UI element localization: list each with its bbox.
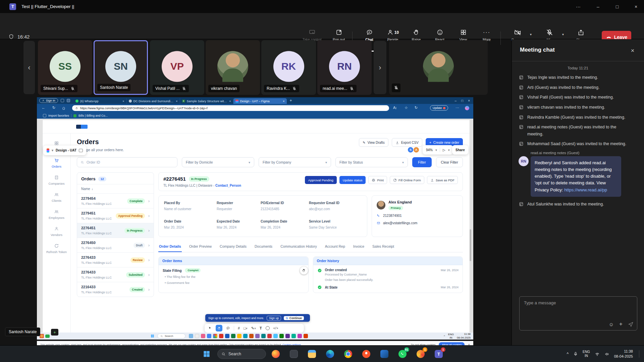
order-id-search-input[interactable]: Order ID [77, 157, 177, 167]
browser-tab-active[interactable]: Design - UAT – Figma× [233, 98, 287, 104]
app-icon[interactable] [195, 334, 199, 338]
tray-chevron-up-icon[interactable]: ^ [567, 352, 569, 356]
privacy-policy-link[interactable]: https://www.read.ai/pp [564, 187, 607, 192]
new-tab-button[interactable]: + [290, 98, 292, 103]
language-indicator[interactable]: ENGIN [448, 333, 454, 339]
presenter-add-icon[interactable]: + [51, 329, 58, 336]
tab-order-details[interactable]: Order Details [158, 242, 182, 252]
app-icon[interactable] [237, 334, 241, 338]
url-field[interactable]: https://www.figma.com/design/9BKQ0FOHRWa… [72, 105, 389, 111]
app-icon[interactable] [298, 334, 302, 338]
hand-tool-icon-active[interactable] [216, 325, 222, 331]
list-column-header[interactable]: Name↓ [77, 184, 154, 194]
start-icon[interactable] [150, 334, 155, 338]
browser-update-button[interactable]: Update [430, 105, 448, 111]
browser-minimize-icon[interactable]: – [455, 99, 457, 103]
figma-breadcrumb[interactable]: ▾ Design - UAT [43, 145, 86, 155]
attach-plus-icon[interactable]: + [619, 321, 623, 327]
video-tile-photo[interactable]: vikram chavan [206, 40, 260, 95]
comment-tool-icon[interactable] [226, 326, 230, 330]
app-icon[interactable] [304, 334, 308, 338]
tab-close-icon[interactable]: × [122, 100, 124, 103]
tab-close-icon[interactable]: × [176, 100, 177, 103]
home-icon[interactable] [62, 106, 66, 110]
sync-icon[interactable]: ↻ [415, 106, 418, 110]
taskbar-icon-app-blue[interactable] [379, 349, 390, 359]
collaborator-avatar[interactable]: A [413, 147, 419, 153]
tab-close-icon[interactable]: × [229, 100, 231, 103]
tab-company-details[interactable]: Company Details [219, 242, 247, 252]
figma-share-button[interactable]: Share [452, 145, 468, 155]
browser-tab[interactable]: DC Divisions and Surroundings× [127, 98, 180, 104]
update-status-button[interactable]: Update status [339, 176, 366, 184]
sidebar-item-companies[interactable]: Companies [48, 175, 64, 185]
app-icon[interactable] [207, 334, 211, 338]
app-icon[interactable] [189, 334, 193, 338]
actions-tool-icon[interactable] [266, 326, 270, 330]
app-icon[interactable] [201, 334, 205, 338]
order-row[interactable]: 2276450TL Flex Holdings LLC Draft › [77, 238, 154, 253]
canvas-scrollbar[interactable] [470, 229, 471, 261]
app-icon[interactable] [231, 334, 235, 338]
video-tile[interactable]: VP Vishal Patil ... [150, 40, 204, 95]
restore-button[interactable]: □ [609, 0, 625, 13]
show-desktop-strip[interactable] [639, 350, 639, 358]
filter-button[interactable]: Filter [412, 157, 432, 167]
browser-tab[interactable]: (6) WhatsApp× [73, 98, 127, 104]
video-tile[interactable]: SS Shivani Sup... [38, 40, 92, 95]
order-row[interactable]: 2276433TL Flex Holdings LLC Review › [77, 253, 154, 267]
video-tile[interactable]: RK Ravindra K... [261, 40, 316, 95]
view-drafts-button[interactable]: ✎View Drafts [359, 138, 388, 147]
send-icon[interactable] [628, 321, 634, 327]
vertical-tabs-icon[interactable] [67, 99, 70, 102]
collaborator-avatar[interactable]: S [408, 147, 414, 153]
read-aloud-icon[interactable]: A⟩ [393, 106, 396, 110]
chat-message-list[interactable]: Today 11:21 Tejas Ingle was invited to t… [512, 61, 644, 295]
app-icon[interactable] [273, 334, 278, 338]
taskbar-icon-firefox[interactable] [270, 349, 281, 359]
volume-icon[interactable] [604, 352, 609, 357]
dev-mode-icon[interactable]: </> [273, 327, 278, 330]
google-continue-button[interactable]: GContinue [284, 316, 304, 320]
close-button[interactable]: × [628, 0, 644, 13]
chat-close-icon[interactable]: × [628, 46, 637, 55]
shape-tool-icon[interactable]: □▾ [244, 326, 248, 330]
tab-sales-receipt[interactable]: Sales Receipt [372, 242, 395, 252]
taskbar-icon-app[interactable] [288, 349, 299, 359]
fill-online-form-button[interactable]: Fill Online Form [390, 176, 424, 184]
app-icon[interactable] [291, 334, 296, 338]
browser-settings-icon[interactable]: ··· [455, 106, 459, 110]
language-indicator[interactable]: ENGIN [583, 350, 590, 358]
approval-pending-button[interactable]: Approval Pending [305, 176, 337, 184]
app-icon[interactable] [213, 334, 217, 338]
tab-invoice[interactable]: Invoice [353, 242, 365, 252]
taskbar-icon-chrome[interactable] [343, 349, 354, 359]
order-row[interactable]: 2276433TL Flex Holdings LLC Submitted › [77, 267, 154, 282]
order-row[interactable]: 2279451TL Flex Holdings LLC Approval Pen… [77, 208, 154, 223]
export-csv-button[interactable]: Export CSV [392, 138, 422, 147]
tab-communication-history[interactable]: Communication History [280, 242, 318, 252]
video-tile-self[interactable] [389, 40, 488, 95]
browser-signin-button[interactable]: Sign in [39, 98, 58, 103]
app-icon[interactable] [243, 334, 248, 338]
taskbar-icon-brave[interactable] [361, 349, 372, 359]
taskbar-icon-browser[interactable]: 1 [415, 349, 426, 359]
browser-tab[interactable]: X Sample Salary Structure with calc× [180, 98, 233, 104]
taskbar-icon-teams[interactable]: T 1 [433, 349, 444, 359]
contact-phone[interactable]: 2123874901 [377, 214, 458, 218]
minimize-button[interactable]: – [590, 0, 606, 13]
browser-close-icon[interactable]: × [468, 99, 470, 103]
taskbar-clock[interactable]: 11:3808-04-2025 [614, 349, 633, 359]
bookmark-item[interactable]: Import favorites [48, 114, 69, 117]
chevron-up-icon[interactable]: ^ [444, 335, 445, 338]
tab-documents[interactable]: Documents [254, 242, 273, 252]
tab-close-icon[interactable]: × [283, 100, 284, 103]
order-row[interactable]: 2216433TL Flex Holdings LLC Created › [77, 282, 154, 297]
video-tile-active-speaker[interactable]: SN Santosh Narate [94, 40, 148, 95]
previous-tiles-button[interactable]: ‹ [23, 41, 35, 94]
taskbar-search[interactable]: Search [217, 349, 266, 359]
sidebar-item-clients[interactable]: Clients [52, 192, 61, 202]
sidebar-item-vendors[interactable]: Vendors [51, 226, 62, 237]
save-as-pdf-button[interactable]: Save as PDF [427, 176, 458, 184]
text-tool-icon[interactable]: T [260, 326, 262, 330]
